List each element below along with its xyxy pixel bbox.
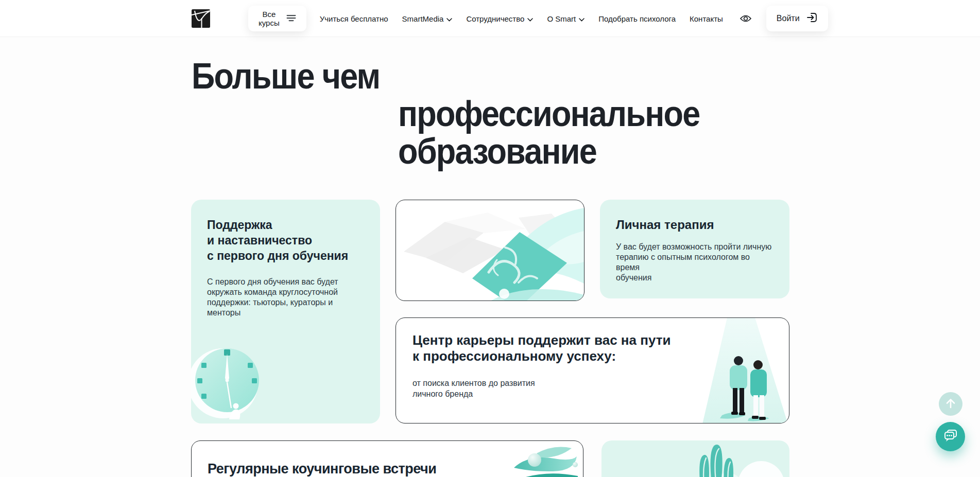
header: Все курсы Учиться бесплатно SmartMedia: [0, 0, 980, 37]
landing-page: Все курсы Учиться бесплатно SmartMedia: [0, 0, 980, 477]
chevron-down-icon: [579, 14, 584, 23]
hero-line-3: образование: [192, 133, 733, 170]
nav-label: Подобрать психолога: [598, 14, 676, 23]
card-plants-illustration: [601, 440, 789, 477]
nav-label: Учиться бесплатно: [320, 14, 388, 23]
hamburger-icon: [286, 14, 296, 23]
nav-item-find-psychologist[interactable]: Подобрать психолога: [598, 14, 676, 23]
chevron-down-icon: [446, 14, 452, 23]
hero-line-1: Больше чем: [192, 58, 733, 95]
card-therapy-body: У вас будет возможность пройти личную те…: [616, 242, 775, 283]
card-support-body: С первого дня обучения вас будет окружат…: [207, 277, 366, 318]
card-support-title: Поддержка и наставничество с первого дня…: [207, 217, 366, 263]
hero-heading: Больше чем профессиональное образование: [192, 58, 733, 170]
login-label: Войти: [777, 14, 800, 23]
nav-label: Контакты: [690, 14, 723, 23]
header-inner: Все курсы Учиться бесплатно SmartMedia: [192, 0, 790, 37]
nav-label: О Smart: [547, 14, 576, 23]
clock-illustration: [191, 331, 277, 423]
nav-item-about-smart[interactable]: О Smart: [547, 14, 584, 23]
smartmedia-logo-icon[interactable]: [192, 9, 210, 28]
nav-item-cooperation[interactable]: Сотрудничество: [466, 14, 533, 23]
all-courses-button[interactable]: Все курсы: [248, 6, 306, 31]
coaching-swirl-illustration: [505, 443, 582, 477]
hero-line-2: профессиональное: [192, 95, 733, 133]
all-courses-label: Все курсы: [259, 10, 280, 27]
main-nav: Учиться бесплатно SmartMedia Сотрудничес…: [320, 14, 723, 23]
card-hands-illustration: [396, 200, 584, 301]
nav-label: Сотрудничество: [466, 14, 524, 23]
chat-widget-button[interactable]: [936, 422, 965, 451]
card-therapy-title: Личная терапия: [616, 217, 775, 233]
card-support: Поддержка и наставничество с первого дня…: [191, 200, 380, 423]
login-button[interactable]: Войти: [766, 6, 828, 31]
card-therapy: Личная терапия У вас будет возможность п…: [600, 200, 789, 298]
chevron-down-icon: [527, 14, 533, 23]
chat-bubbles-icon: [943, 428, 958, 445]
login-arrow-icon: [806, 12, 818, 25]
nav-item-smartmedia[interactable]: SmartMedia: [402, 14, 453, 23]
nav-item-contacts[interactable]: Контакты: [690, 14, 723, 23]
nav-item-free-learning[interactable]: Учиться бесплатно: [320, 14, 388, 23]
card-coaching: Регулярные коучинговые встречи: [191, 440, 583, 477]
card-career: Центр карьеры поддержит вас на пути к пр…: [396, 317, 789, 423]
arrow-up-icon: [945, 398, 956, 411]
accessibility-eye-icon[interactable]: [740, 14, 752, 23]
scroll-to-top-button[interactable]: [939, 392, 962, 416]
nav-label: SmartMedia: [402, 14, 444, 23]
career-people-illustration: [701, 317, 789, 423]
